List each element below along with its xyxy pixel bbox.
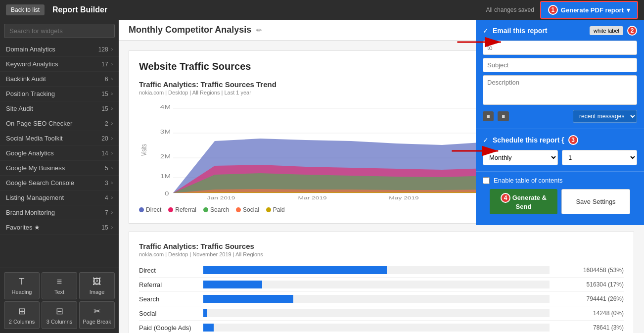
save-settings-button[interactable]: Save Settings: [561, 189, 630, 214]
paid-color-dot: [266, 207, 271, 212]
legend-direct-label: Direct: [146, 206, 161, 213]
chevron-right-icon: ›: [111, 150, 113, 156]
schedule-section-header: ✓ Schedule this report { 3: [483, 135, 637, 145]
sidebar-item-site-audit[interactable]: Site Audit 15 ›: [0, 101, 119, 116]
email-checkmark: ✓: [483, 27, 489, 35]
legend-search-label: Search: [210, 206, 229, 213]
table-row: Direct 1604458 (53%): [139, 263, 624, 278]
bar-container: [203, 324, 550, 332]
form-format-row: ≡ ≡ recent messages: [483, 110, 637, 123]
chevron-right-icon: ›: [111, 121, 113, 126]
page-break-btn[interactable]: ✂ Page Break: [79, 301, 115, 329]
svg-text:May 2019: May 2019: [389, 195, 418, 200]
image-widget-btn[interactable]: 🖼 Image: [79, 272, 115, 299]
edit-icon[interactable]: ✏: [256, 26, 262, 34]
legend-social-label: Social: [243, 206, 259, 213]
badge-3: 3: [568, 135, 578, 145]
sidebar-item-backlink-audit[interactable]: Backlink Audit 6 ›: [0, 72, 119, 87]
recent-messages-dropdown[interactable]: recent messages: [573, 110, 637, 123]
format-right-btn[interactable]: ≡: [498, 111, 508, 121]
bar-container: [203, 309, 550, 317]
chart2-title: Traffic Analytics: Traffic Sources: [139, 242, 624, 250]
toc-section: Enable table of contents 4 Generate & Se…: [476, 172, 644, 225]
table-row: Search 794441 (26%): [139, 292, 624, 306]
row-value: 14248 (0%): [554, 310, 624, 317]
svg-text:0: 0: [165, 191, 169, 197]
description-textarea[interactable]: [483, 75, 637, 105]
sidebar-item-label: Google Search Console: [6, 179, 74, 187]
chevron-right-icon: ›: [111, 91, 113, 96]
row-value: 794441 (26%): [554, 295, 624, 302]
image-icon: 🖼: [92, 277, 101, 287]
chevron-right-icon: ›: [111, 225, 113, 230]
traffic-bar: [203, 309, 207, 317]
sidebar-item-count: 14: [101, 150, 108, 157]
three-columns-btn[interactable]: ⊟ 3 Columns: [42, 301, 77, 329]
sidebar-item-count: 7: [105, 209, 108, 216]
text-label: Text: [54, 289, 64, 295]
email-section-header: ✓ Email this report white label 2: [483, 26, 637, 36]
sidebar-item-listing-management[interactable]: Listing Management 4 ›: [0, 190, 119, 205]
subject-input[interactable]: [483, 58, 637, 72]
generate-send-button[interactable]: 4 Generate & Send: [490, 189, 557, 214]
svg-text:Visits: Visits: [139, 144, 148, 156]
table-row: Social 14248 (0%): [139, 306, 624, 321]
row-label: Search: [139, 295, 198, 303]
bar-container: [203, 295, 550, 303]
chevron-right-icon: ›: [111, 180, 113, 186]
sidebar-item-google-search-console[interactable]: Google Search Console 3 ›: [0, 176, 119, 190]
generate-pdf-button[interactable]: 1 Generate PDF report ▾: [540, 1, 638, 19]
legend-search: Search: [203, 206, 229, 213]
sidebar-item-on-page-seo[interactable]: On Page SEO Checker 2 ›: [0, 116, 119, 131]
search-input[interactable]: [4, 24, 115, 38]
generate-badge: 1: [548, 5, 558, 15]
sidebar-item-keyword-analytics[interactable]: Keyword Analytics 17 ›: [0, 57, 119, 72]
two-columns-btn[interactable]: ⊞ 2 Columns: [4, 301, 40, 329]
toc-label: Enable table of contents: [494, 177, 563, 184]
legend-referral: Referral: [168, 206, 196, 213]
sidebar-item-count: 15: [101, 105, 108, 112]
heading-widget-btn[interactable]: T Heading: [4, 272, 40, 299]
three-columns-label: 3 Columns: [46, 319, 73, 325]
bar-container: [203, 281, 550, 288]
chevron-right-icon: ›: [111, 47, 113, 52]
sidebar-item-google-my-business[interactable]: Google My Business 5 ›: [0, 161, 119, 176]
sidebar-item-label: Keyword Analytics: [6, 60, 58, 68]
svg-text:Jan 2019: Jan 2019: [207, 195, 235, 200]
social-color-dot: [236, 207, 241, 212]
sidebar: Domain Analytics 128 › Keyword Analytics…: [0, 20, 119, 333]
frequency-select[interactable]: Monthly Daily Weekly Quarterly: [483, 150, 558, 165]
toc-checkbox[interactable]: [483, 177, 490, 184]
to-input[interactable]: [483, 41, 637, 55]
sidebar-item-favorites[interactable]: Favorites ★ 15 ›: [0, 220, 119, 235]
svg-text:2M: 2M: [160, 154, 171, 160]
sidebar-item-social-media[interactable]: Social Media Toolkit 20 ›: [0, 131, 119, 146]
white-label-button[interactable]: white label: [590, 26, 623, 35]
sidebar-item-count: 15: [101, 91, 108, 97]
sidebar-item-brand-monitoring[interactable]: Brand Monitoring 7 ›: [0, 205, 119, 220]
row-label: Social: [139, 310, 198, 317]
sidebar-item-label: Google My Business: [6, 164, 65, 172]
sidebar-item-count: 4: [105, 194, 108, 201]
chevron-down-icon: ▾: [627, 6, 630, 14]
topbar-right: All changes saved 1 Generate PDF report …: [486, 1, 638, 19]
widget-buttons: T Heading ≡ Text 🖼 Image ⊞ 2 Columns ⊟ 3…: [0, 268, 119, 333]
two-columns-icon: ⊞: [18, 306, 26, 317]
row-label: Paid (Google Ads): [139, 324, 198, 332]
sidebar-item-label: On Page SEO Checker: [6, 120, 72, 127]
text-widget-btn[interactable]: ≡ Text: [42, 272, 77, 299]
legend-referral-label: Referral: [175, 206, 196, 213]
sidebar-item-position-tracking[interactable]: Position Tracking 15 ›: [0, 87, 119, 101]
format-left-btn[interactable]: ≡: [483, 111, 494, 121]
back-button[interactable]: Back to list: [6, 4, 45, 15]
chevron-right-icon: ›: [111, 76, 113, 82]
sidebar-item-google-analytics[interactable]: Google Analytics 14 ›: [0, 146, 119, 161]
day-select[interactable]: 1 2 3 4 5: [562, 150, 637, 165]
traffic-bar: [203, 295, 293, 303]
overlay-panel: ✓ Email this report white label 2 ≡ ≡ re…: [476, 20, 644, 225]
two-columns-label: 2 Columns: [9, 319, 35, 325]
svg-text:Mar 2019: Mar 2019: [298, 195, 327, 200]
sidebar-item-domain-analytics[interactable]: Domain Analytics 128 ›: [0, 42, 119, 57]
sidebar-item-count: 15: [101, 224, 108, 231]
row-label: Referral: [139, 281, 198, 288]
